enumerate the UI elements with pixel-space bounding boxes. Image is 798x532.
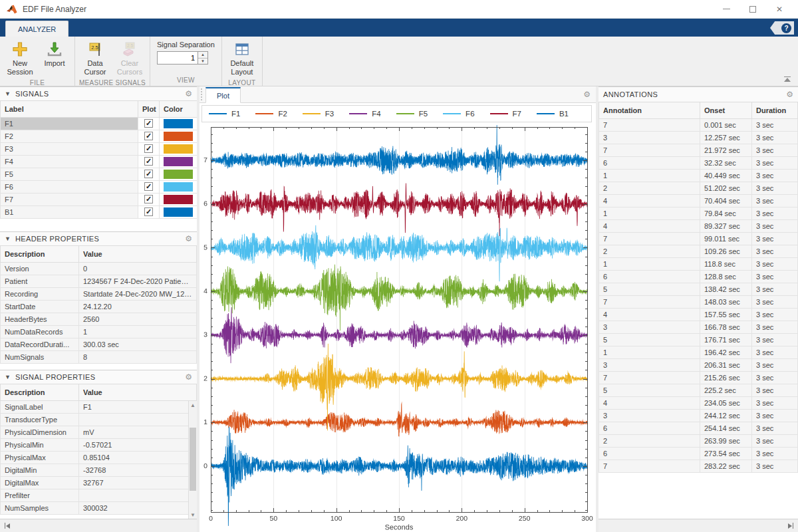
gear-icon[interactable]: ⚙	[786, 90, 793, 98]
close-button[interactable]: ✕	[766, 1, 793, 18]
annotation-row[interactable]: 5176.71 sec3 sec	[599, 333, 798, 346]
plot-checkbox[interactable]: ✓	[144, 144, 153, 153]
annotation-row[interactable]: 7148.03 sec3 sec	[599, 295, 798, 308]
signal-label[interactable]: F5	[1, 168, 138, 180]
annotation-row[interactable]: 70.001 sec3 sec	[599, 118, 798, 131]
collapse-caret-icon[interactable]: ▼	[5, 235, 11, 242]
annotation-row[interactable]: 5225.2 sec3 sec	[599, 384, 798, 396]
annotation-row[interactable]: 632.32 sec3 sec	[599, 156, 798, 169]
signals-col-color[interactable]: Color	[160, 101, 198, 117]
annotation-row[interactable]: 7283.22 sec3 sec	[599, 460, 798, 472]
legend-entry[interactable]: B1	[537, 110, 569, 118]
signal-row[interactable]: B1✓	[1, 205, 198, 218]
signal-property-row[interactable]: DigitalMax32767	[1, 476, 197, 489]
annotation-row[interactable]: 312.257 sec3 sec	[599, 131, 798, 144]
signal-label[interactable]: F3	[1, 142, 138, 155]
signal-property-row[interactable]: PhysicalMax0.85104	[1, 451, 197, 464]
annotation-row[interactable]: 4157.55 sec3 sec	[599, 308, 798, 321]
plot-checkbox[interactable]: ✓	[144, 157, 153, 166]
annotation-row[interactable]: 6254.14 sec3 sec	[599, 422, 798, 434]
annotation-row[interactable]: 2109.26 sec3 sec	[599, 245, 798, 257]
property-value[interactable]: F1	[79, 400, 197, 413]
plot-checkbox[interactable]: ✓	[144, 182, 153, 191]
sprops-col-description[interactable]: Description	[1, 384, 79, 400]
signal-property-row[interactable]: NumSamples300032	[1, 501, 197, 514]
header-property-row[interactable]: HeaderBytes2560	[1, 313, 197, 325]
signal-property-row[interactable]: DigitalMin-32768	[1, 464, 197, 476]
plot-checkbox[interactable]: ✓	[144, 170, 153, 178]
new-session-button[interactable]: New Session	[3, 39, 37, 78]
plot-checkbox[interactable]: ✓	[144, 195, 153, 203]
signal-plot-canvas[interactable]	[200, 122, 596, 532]
signal-row[interactable]: F6✓	[1, 180, 198, 193]
scrollbar-thumb[interactable]	[190, 428, 196, 491]
annotation-row[interactable]: 489.327 sec3 sec	[599, 219, 798, 232]
color-swatch[interactable]	[164, 170, 193, 179]
collapse-caret-icon[interactable]: ▼	[5, 374, 11, 380]
property-value[interactable]: 8	[79, 350, 197, 363]
property-value[interactable]: 300032	[79, 501, 197, 514]
gear-icon[interactable]: ⚙	[583, 90, 591, 99]
annotation-row[interactable]: 179.84 sec3 sec	[599, 207, 798, 219]
import-button[interactable]: Import	[37, 39, 72, 69]
annotation-row[interactable]: 7215.26 sec3 sec	[599, 371, 798, 384]
annotation-row[interactable]: 1118.8 sec3 sec	[599, 257, 798, 270]
annotation-row[interactable]: 470.404 sec3 sec	[599, 194, 798, 207]
gear-icon[interactable]: ⚙	[185, 90, 192, 98]
annotation-row[interactable]: 140.449 sec3 sec	[599, 169, 798, 182]
tab-analyzer[interactable]: ANALYZER	[5, 21, 68, 37]
property-value[interactable]: 1	[79, 325, 197, 338]
signal-row[interactable]: F5✓	[1, 168, 198, 180]
annotations-col-annotation[interactable]: Annotation	[599, 102, 700, 118]
color-swatch[interactable]	[164, 207, 193, 217]
annotation-row[interactable]: 6128.8 sec3 sec	[599, 270, 798, 283]
property-value[interactable]	[79, 489, 197, 501]
annotations-col-duration[interactable]: Duration	[752, 102, 798, 118]
property-value[interactable]: 32767	[79, 476, 197, 489]
hprops-col-description[interactable]: Description	[1, 246, 79, 262]
legend-entry[interactable]: F5	[396, 110, 428, 118]
property-value[interactable]: 24.12.20	[79, 300, 197, 313]
signal-label[interactable]: F6	[1, 180, 138, 193]
property-value[interactable]: 1234567 F 24-Dec-2020 Patient_1	[79, 275, 197, 287]
help-button[interactable]: ?	[770, 21, 794, 35]
signals-col-plot[interactable]: Plot	[138, 101, 160, 117]
annotation-row[interactable]: 6273.54 sec3 sec	[599, 447, 798, 460]
annotation-row[interactable]: 799.011 sec3 sec	[599, 232, 798, 245]
vertical-scrollbar[interactable]: ▲ ▼	[188, 401, 197, 519]
header-property-row[interactable]: NumDataRecords1	[1, 325, 197, 338]
signal-property-row[interactable]: PhysicalMin-0.57021	[1, 438, 197, 451]
color-swatch[interactable]	[164, 195, 193, 204]
spinner-down-button[interactable]: ▼	[198, 59, 207, 65]
collapse-panel-right-button[interactable]	[788, 523, 793, 529]
collapse-caret-icon[interactable]: ▼	[5, 90, 11, 97]
color-swatch[interactable]	[164, 132, 193, 141]
annotation-row[interactable]: 1196.42 sec3 sec	[599, 346, 798, 358]
plot-checkbox[interactable]: ✓	[144, 132, 153, 140]
signal-label[interactable]: F7	[1, 193, 138, 205]
signal-row[interactable]: F4✓	[1, 155, 198, 168]
signal-row[interactable]: F7✓	[1, 193, 198, 205]
header-property-row[interactable]: Patient1234567 F 24-Dec-2020 Patient_1	[1, 275, 197, 287]
drag-grip-icon[interactable]	[201, 88, 204, 100]
signal-label[interactable]: F1	[1, 117, 138, 130]
annotation-row[interactable]: 721.972 sec3 sec	[599, 144, 798, 156]
signal-row[interactable]: F3✓	[1, 142, 198, 155]
spinner-up-button[interactable]: ▲	[198, 52, 207, 59]
signal-separation-input[interactable]	[157, 51, 198, 65]
tab-plot[interactable]: Plot	[205, 87, 241, 103]
property-value[interactable]: 0.85104	[79, 451, 197, 464]
minimize-button[interactable]	[713, 1, 739, 18]
signals-col-label[interactable]: Label	[1, 101, 138, 117]
signal-label[interactable]: F2	[1, 130, 138, 142]
signal-property-row[interactable]: PhysicalDimensionmV	[1, 426, 197, 438]
signal-label[interactable]: F4	[1, 155, 138, 168]
color-swatch[interactable]	[164, 157, 193, 166]
property-value[interactable]: 2560	[79, 313, 197, 325]
legend-entry[interactable]: F3	[303, 110, 334, 118]
annotation-row[interactable]: 3206.31 sec3 sec	[599, 358, 798, 371]
signal-row[interactable]: F1✓	[1, 117, 198, 130]
clear-cursors-button[interactable]: 2.5 Clear Cursors	[112, 39, 147, 78]
annotation-row[interactable]: 3166.78 sec3 sec	[599, 321, 798, 333]
header-property-row[interactable]: RecordingStartdate 24-Dec-2020 MW_123456…	[1, 287, 197, 300]
